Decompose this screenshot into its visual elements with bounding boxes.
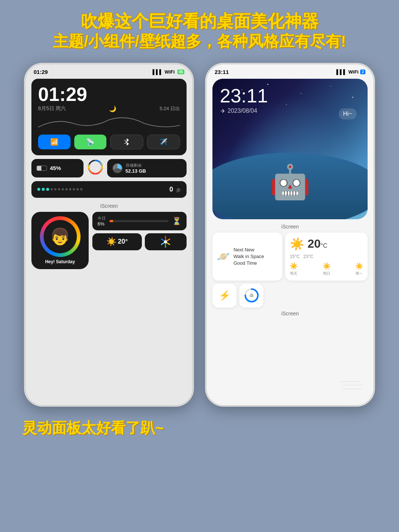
iscreen-label-left: iScreen <box>31 201 187 212</box>
space-widget: 23:11 ✈ 2023/08/04 Hi~ 🤖 <box>212 79 368 219</box>
weather-widget-right: ☀️ 20°C 15°C 23°C ☀️ 明天 <box>285 233 368 281</box>
cell-toggle[interactable]: 📡 <box>74 135 107 149</box>
avatar-greeting: Hey! Saturday <box>45 259 75 264</box>
battery-pct: 45% <box>50 165 61 171</box>
status-icons-left: ▌▌▌ WiFi 45 <box>153 69 184 75</box>
steps-widget: 0 步 <box>31 181 187 198</box>
avatar-ring: 👦 <box>40 216 81 257</box>
stats-row: 45% <box>31 159 187 177</box>
status-bar-left: 01:29 ▌▌▌ WiFi 45 <box>25 64 193 77</box>
right-sub-widgets: 今日 6% ⏳ ☀️ 20° <box>92 212 187 269</box>
weather-days: ☀️ 明天 ☀️ 周日 ☀️ 周一 <box>290 262 363 276</box>
status-icons-right: ▌▌▌ WiFi 2 <box>336 69 365 75</box>
steps-label: 步 <box>176 187 181 193</box>
svg-point-11 <box>286 104 287 105</box>
svg-point-9 <box>352 96 354 98</box>
day3-icon: ☀️ <box>355 262 363 270</box>
svg-point-8 <box>330 86 331 87</box>
circle-widget: iS <box>239 284 263 308</box>
phone-right: 23:11 ▌▌▌ WiFi 2 <box>205 63 375 407</box>
photos-widget <box>145 233 187 250</box>
airplane-toggle[interactable]: ✈️ <box>147 135 180 149</box>
time-right: 23:11 <box>215 69 229 75</box>
weather-temp-widget: ☀️ 20° <box>92 233 142 250</box>
weather-temp-left: 20° <box>118 238 128 245</box>
bottom-widgets-right: 🪐 Next New Walk in Space Good Time ☀️ 20… <box>212 233 368 281</box>
bluetooth-toggle[interactable] <box>110 135 143 149</box>
usage-bar-bg <box>109 220 168 222</box>
battery-stat: 45% <box>31 159 83 177</box>
svg-text:iS: iS <box>250 293 253 298</box>
clock-widget: 01:29 8月5日 周六 🌙 5:24 日出 📶 📡 <box>31 79 187 155</box>
status-bar-right: 23:11 ▌▌▌ WiFi 2 <box>206 64 374 77</box>
storage-stat: 存储剩余 52.13 GB <box>107 159 187 177</box>
deco-lines <box>341 379 363 395</box>
signal-icon-left: ▌▌▌ <box>153 69 163 75</box>
space-clock-date: ✈ 2023/08/04 <box>221 108 257 115</box>
toggles-row: 📶 📡 ✈️ <box>38 135 180 149</box>
battery-badge-left: 45 <box>177 70 184 74</box>
storage-label: 存储剩余 <box>126 163 146 168</box>
weather-day-3: ☀️ 周一 <box>355 262 363 276</box>
iscreen-label-right2: iScreen <box>212 309 368 319</box>
moon-icon: 🌙 <box>109 105 116 112</box>
steps-count: 0 <box>170 186 173 193</box>
avatar-widget: 👦 Hey! Saturday <box>31 212 89 269</box>
svg-point-4 <box>164 240 167 243</box>
day2-label: 周日 <box>323 271 330 276</box>
plane-icon: ✈ <box>221 108 225 115</box>
usage-label: 今日 <box>98 216 106 221</box>
steps-dots <box>37 188 82 191</box>
weather-main-row: ☀️ 20°C <box>290 237 363 251</box>
weather-day-2: ☀️ 周日 <box>323 262 331 276</box>
hi-bubble: Hi~ <box>339 108 357 119</box>
phone-left: 01:29 ▌▌▌ WiFi 45 01:29 8月5日 周六 🌙 5:24 日… <box>24 63 194 407</box>
usage-value: 6% <box>98 221 106 227</box>
header: 吹爆这个巨好看的桌面美化神器 主题/小组件/壁纸超多，各种风格应有尽有! <box>0 0 399 59</box>
space-clock-time: 23:11 <box>220 86 268 105</box>
steps-count-container: 0 步 <box>170 186 181 193</box>
svg-point-7 <box>301 93 301 94</box>
bottom-caption: 灵动面板太好看了趴~ <box>0 410 399 438</box>
sun-icon: ☀️ <box>290 237 304 251</box>
small-widgets-row: ☀️ 20° <box>92 233 187 250</box>
space-info-widget: 🪐 Next New Walk in Space Good Time <box>212 233 282 281</box>
hourglass-icon: ⏳ <box>172 217 181 226</box>
wave-area <box>38 116 180 131</box>
storage-value: 52.13 GB <box>126 168 146 174</box>
sunrise-label: 5:24 日出 <box>160 105 180 112</box>
avatar-face: 👦 <box>44 220 77 253</box>
clock-date-row: 8月5日 周六 🌙 5:24 日出 <box>38 105 180 112</box>
left-content: 01:29 8月5日 周六 🌙 5:24 日出 📶 📡 <box>25 77 193 271</box>
bottom-widgets-left: 👦 Hey! Saturday 今日 6% <box>31 212 187 269</box>
battery-badge-right: 2 <box>360 70 365 74</box>
planet-icon: 🪐 <box>217 250 230 262</box>
space-info-text: Next New Walk in Space Good Time <box>233 247 264 267</box>
wifi-icon-right: WiFi <box>348 69 358 75</box>
weather-day-1: ☀️ 明天 <box>290 262 298 276</box>
ring-stat <box>87 159 103 175</box>
day1-label: 明天 <box>290 271 297 276</box>
usage-widget: 今日 6% ⏳ <box>92 212 187 230</box>
day1-icon: ☀️ <box>290 262 298 270</box>
header-line1: 吹爆这个巨好看的桌面美化神器 <box>7 11 392 31</box>
astronaut-icon: 🤖 <box>260 153 320 212</box>
iscreen-label-right: iScreen <box>212 222 368 233</box>
usage-bar-fill <box>109 220 113 222</box>
wifi-toggle[interactable]: 📶 <box>38 135 71 149</box>
day2-icon: ☀️ <box>323 262 331 270</box>
right-content: 23:11 ✈ 2023/08/04 Hi~ 🤖 iScreen 🪐 Next … <box>206 77 374 321</box>
svg-point-6 <box>267 84 269 85</box>
charge-widget: ⚡ <box>212 284 236 308</box>
phones-container: 01:29 ▌▌▌ WiFi 45 01:29 8月5日 周六 🌙 5:24 日… <box>0 59 399 410</box>
time-left: 01:29 <box>34 69 48 75</box>
clock-time: 01:29 <box>38 85 180 104</box>
header-line2: 主题/小组件/壁纸超多，各种风格应有尽有! <box>7 31 392 52</box>
weather-temp-right: 20°C <box>307 237 327 251</box>
wifi-icon-left: WiFi <box>165 69 175 75</box>
clock-date: 8月5日 周六 <box>38 105 66 112</box>
day3-label: 周一 <box>355 271 363 276</box>
weather-range: 15°C 23°C <box>290 254 363 259</box>
signal-icon-right: ▌▌▌ <box>336 69 347 75</box>
small-row-right: ⚡ iS <box>212 284 368 308</box>
